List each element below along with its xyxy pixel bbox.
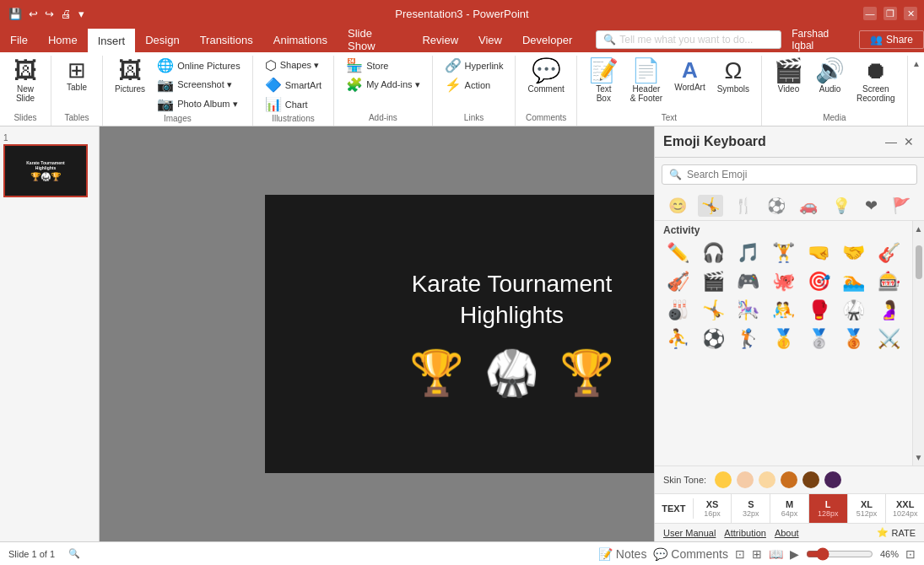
user-manual-link[interactable]: User Manual (663, 528, 716, 538)
table-button[interactable]: ⊞ Table (58, 56, 95, 95)
menu-review[interactable]: Review (412, 27, 468, 52)
skin-tone-yellow[interactable] (715, 471, 732, 488)
skin-tone-dark[interactable] (824, 471, 841, 488)
emoji-search-box[interactable]: 🔍 (662, 164, 917, 185)
symbols-button[interactable]: Ω Symbols (712, 56, 754, 97)
size-xs-button[interactable]: XS 16px (694, 494, 732, 523)
emoji-pencil[interactable]: ✏️ (662, 239, 695, 266)
chart-button[interactable]: 📊 Chart (260, 94, 327, 114)
emoji-octopus[interactable]: 🐙 (767, 268, 801, 295)
size-s-button[interactable]: S 32px (732, 494, 770, 523)
hyperlink-button[interactable]: 🔗 Hyperlink (440, 56, 509, 75)
photo-album-button[interactable]: 📷 Photo Album ▾ (152, 94, 246, 114)
emoji-search-input[interactable] (687, 169, 910, 180)
emoji-swimmer[interactable]: 🏊 (837, 268, 871, 295)
minimize-button[interactable]: — (863, 7, 877, 20)
undo-icon[interactable]: ↩ (27, 6, 40, 22)
emoji-basketball[interactable]: ⛹️ (662, 326, 695, 352)
textbox-button[interactable]: 📝 TextBox (584, 56, 624, 106)
zoom-slider[interactable] (806, 547, 873, 561)
audio-button[interactable]: 🔊 Audio (810, 56, 850, 97)
store-button[interactable]: 🏪 Store (341, 56, 424, 75)
skin-tone-medium-light[interactable] (759, 471, 775, 488)
emoji-bronze-medal[interactable]: 🥉 (837, 326, 871, 352)
menu-animations[interactable]: Animations (263, 27, 338, 52)
smartart-button[interactable]: 🔷 SmartArt (260, 75, 327, 94)
slideshow-button[interactable]: ▶ (790, 547, 799, 561)
emoji-carousel[interactable]: 🎠 (732, 297, 765, 324)
video-button[interactable]: 🎬 Video (769, 56, 808, 97)
emoji-pregnant[interactable]: 🤰 (872, 297, 905, 324)
online-pictures-button[interactable]: 🌐 Online Pictures (152, 56, 246, 75)
emoji-target[interactable]: 🎯 (802, 268, 835, 295)
emoji-silver-medal[interactable]: 🥈 (802, 326, 835, 352)
skin-tone-medium-dark[interactable] (802, 471, 819, 488)
emoji-bowling[interactable]: 🎳 (662, 297, 695, 324)
ribbon-collapse-button[interactable]: ▲ (909, 56, 924, 72)
emoji-violin[interactable]: 🎻 (662, 268, 695, 295)
redo-icon[interactable]: ↪ (43, 6, 56, 22)
screenshot-button[interactable]: 📷 Screenshot ▾ (152, 75, 246, 94)
cat-symbols[interactable]: ❤ (862, 195, 881, 217)
slide-thumbnail-1[interactable]: 1 Karate TournamentHighlights 🏆🥋🏆 (3, 133, 95, 197)
scroll-down-arrow[interactable]: ▼ (911, 449, 924, 465)
print-icon[interactable]: 🖨 (59, 6, 73, 22)
emoji-close-button[interactable]: ✕ (902, 133, 916, 150)
about-link[interactable]: About (775, 528, 799, 538)
emoji-gamepad[interactable]: 🎮 (732, 268, 765, 295)
reading-view-button[interactable]: 📖 (769, 547, 783, 561)
emoji-swords[interactable]: ⚔️ (872, 326, 905, 352)
customize-qat-icon[interactable]: ▾ (77, 6, 86, 22)
menu-transitions[interactable]: Transitions (190, 27, 263, 52)
emoji-soccer[interactable]: ⚽ (697, 326, 731, 352)
cat-sports[interactable]: ⚽ (764, 195, 789, 217)
cat-travel[interactable]: 🚗 (796, 195, 821, 217)
screen-recording-button[interactable]: ⏺ ScreenRecording (851, 56, 900, 106)
skin-tone-light[interactable] (737, 471, 754, 488)
share-button[interactable]: 👥 Share (859, 30, 924, 49)
menu-design[interactable]: Design (135, 27, 189, 52)
emoji-gold-medal[interactable]: 🥇 (767, 326, 801, 352)
comment-button[interactable]: 💬 Comment (522, 56, 569, 97)
emoji-lift[interactable]: 🏋️ (767, 239, 801, 266)
slide-sorter-button[interactable]: ⊞ (752, 547, 762, 561)
cat-activity[interactable]: 🤸 (698, 195, 723, 217)
emoji-handshake[interactable]: 🤝 (837, 239, 871, 266)
size-l-button[interactable]: L 128px (809, 494, 848, 523)
my-addins-button[interactable]: 🧩 My Add-ins ▾ (341, 75, 424, 94)
cat-smiley[interactable]: 😊 (665, 195, 690, 217)
tell-me-search[interactable]: 🔍 Tell me what you want to do... (596, 30, 781, 49)
attribution-link[interactable]: Attribution (724, 528, 766, 538)
normal-view-button[interactable]: ⊡ (735, 547, 745, 561)
shapes-button[interactable]: ⬡ Shapes ▾ (260, 56, 327, 75)
menu-slideshow[interactable]: Slide Show (338, 27, 412, 52)
emoji-gymnastics[interactable]: 🤸 (697, 297, 731, 324)
comments-button[interactable]: 💬 Comments (653, 547, 728, 561)
wordart-button[interactable]: A WordArt (669, 56, 711, 95)
menu-insert[interactable]: Insert (88, 27, 136, 52)
scroll-up-arrow[interactable]: ▲ (911, 221, 924, 237)
action-button[interactable]: ⚡ Action (440, 75, 509, 94)
emoji-clapper[interactable]: 🎬 (697, 268, 731, 295)
notes-button[interactable]: 📝 Notes (598, 547, 646, 561)
emoji-golf[interactable]: 🏌️ (732, 326, 765, 352)
emoji-slot[interactable]: 🎰 (872, 268, 905, 295)
menu-home[interactable]: Home (38, 27, 88, 52)
pictures-button[interactable]: 🖼 Pictures (110, 56, 150, 97)
menu-file[interactable]: File (0, 27, 38, 52)
fit-slide-button[interactable]: ⊡ (905, 547, 916, 561)
rate-button[interactable]: ⭐ RATE (877, 527, 916, 538)
new-slide-button[interactable]: 🖼 NewSlide (7, 56, 44, 106)
size-text-button[interactable]: TEXT (655, 498, 694, 519)
emoji-boxing[interactable]: 🥊 (802, 297, 835, 324)
header-footer-button[interactable]: 📄 Header& Footer (625, 56, 667, 106)
emoji-martial[interactable]: 🥋 (837, 297, 871, 324)
menu-view[interactable]: View (468, 27, 512, 52)
cat-food[interactable]: 🍴 (731, 195, 756, 217)
save-icon[interactable]: 💾 (7, 6, 24, 22)
skin-tone-medium[interactable] (781, 471, 797, 488)
emoji-music[interactable]: 🎵 (732, 239, 765, 266)
size-xxl-button[interactable]: XXL 1024px (886, 494, 924, 523)
size-xl-button[interactable]: XL 512px (848, 494, 887, 523)
menu-developer[interactable]: Developer (512, 27, 582, 52)
